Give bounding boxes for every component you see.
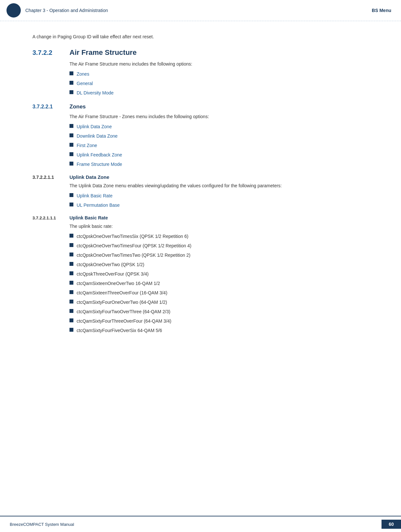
link-ul-permutation-base[interactable]: UL Permutation Base	[77, 202, 120, 209]
bullet-icon	[69, 193, 73, 197]
list-item: Uplink Data Zone	[69, 123, 338, 130]
link-dl-diversity-mode[interactable]: DL Diversity Mode	[77, 90, 114, 96]
header-left: Chapter 3 - Operation and Administration	[6, 3, 108, 18]
link-zones[interactable]: Zones	[77, 71, 89, 78]
bullet-icon	[69, 162, 73, 166]
nav-label: BS Menu	[372, 8, 391, 13]
bullet-icon	[69, 253, 73, 256]
list-item: ctcQamSixteenThreeOverFour (16-QAM 3/4)	[69, 290, 338, 296]
link-first-zone[interactable]: First Zone	[77, 142, 97, 149]
list-item: First Zone	[69, 142, 338, 149]
list-item: Downlink Data Zone	[69, 133, 338, 140]
rate-item-6: ctcQamSixteenOneOverTwo 16-QAM 1/2	[77, 280, 160, 287]
section-37221-title: 3.7.2.2.1 Zones	[32, 104, 338, 110]
list-item: DL Diversity Mode	[69, 90, 338, 96]
section-3722-body: The Air Frame Structure menu includes th…	[69, 61, 338, 68]
rate-item-9: ctcQamSixtyFourTwoOverThree (64-QAM 2/3)	[77, 308, 170, 315]
list-item: ctcQpskOneOverTwoTimesSix (QPSK 1/2 Repe…	[69, 233, 338, 240]
bullet-icon	[69, 71, 73, 75]
list-item: ctcQamSixtyFourOneOverTwo (64-QAM 1/2)	[69, 299, 338, 306]
list-item: Zones	[69, 71, 338, 78]
list-item: ctcQpskThreeOverFour (QPSK 3/4)	[69, 271, 338, 278]
bullet-icon	[69, 203, 73, 206]
bullet-icon	[69, 243, 73, 247]
list-item: ctcQamSixtyFourTwoOverThree (64-QAM 2/3)	[69, 308, 338, 315]
rate-item-7: ctcQamSixteenThreeOverFour (16-QAM 3/4)	[77, 290, 167, 296]
rate-item-3: ctcQpskOneOverTwoTimesTwo (QPSK 1/2 Repe…	[77, 252, 190, 259]
section-372211-body: The Uplink Data Zone menu enables viewin…	[69, 182, 338, 189]
main-content: A change in Paging Group ID will take ef…	[0, 21, 357, 363]
bullet-icon	[69, 262, 73, 266]
section-372211-heading: Uplink Data Zone	[69, 174, 109, 180]
bullet-icon	[69, 290, 73, 294]
section-3722-intro: The Air Frame Structure menu includes th…	[69, 61, 338, 68]
section-3722-list: Zones General DL Diversity Mode	[69, 71, 338, 96]
link-uplink-data-zone[interactable]: Uplink Data Zone	[77, 123, 112, 130]
list-item: ctcQpskOneOverTwoTimesFour (QPSK 1/2 Rep…	[69, 242, 338, 249]
section-372211-number: 3.7.2.2.1.1	[32, 175, 62, 180]
section-3722111-title: 3.7.2.2.1.1.1 Uplink Basic Rate	[32, 215, 338, 220]
chapter-icon	[6, 3, 21, 18]
rate-item-2: ctcQpskOneOverTwoTimesFour (QPSK 1/2 Rep…	[77, 242, 192, 249]
section-372211-list: Uplink Basic Rate UL Permutation Base	[69, 192, 338, 209]
link-uplink-feedback-zone[interactable]: Uplink Feedback Zone	[77, 152, 122, 158]
section-3722111-body: The uplink basic rate:	[69, 223, 338, 230]
bullet-icon	[69, 90, 73, 94]
rate-item-8: ctcQamSixtyFourOneOverTwo (64-QAM 1/2)	[77, 299, 167, 306]
section-3722111-list: ctcQpskOneOverTwoTimesSix (QPSK 1/2 Repe…	[69, 233, 338, 334]
section-3722111-heading: Uplink Basic Rate	[69, 215, 108, 220]
section-3722-title: 3.7.2.2 Air Frame Structure	[32, 48, 338, 57]
link-frame-structure-mode[interactable]: Frame Structure Mode	[77, 161, 122, 168]
section-3722111-number: 3.7.2.2.1.1.1	[32, 216, 62, 220]
bullet-icon	[69, 234, 73, 238]
list-item: ctcQamSixteenOneOverTwo 16-QAM 1/2	[69, 280, 338, 287]
list-item: Uplink Feedback Zone	[69, 152, 338, 158]
bullet-icon	[69, 152, 73, 156]
bullet-icon	[69, 271, 73, 275]
section-3722-number: 3.7.2.2	[32, 49, 62, 56]
rate-item-5: ctcQpskThreeOverFour (QPSK 3/4)	[77, 271, 149, 278]
bullet-icon	[69, 300, 73, 303]
intro-text: A change in Paging Group ID will take ef…	[32, 34, 338, 39]
list-item: ctcQpskOneOverTwo (QPSK 1/2)	[69, 261, 338, 268]
rate-item-4: ctcQpskOneOverTwo (QPSK 1/2)	[77, 261, 144, 268]
bullet-icon	[69, 133, 73, 137]
list-item: UL Permutation Base	[69, 202, 338, 209]
rate-item-11: ctcQamSixtyFourFiveOverSix 64-QAM 5/6	[77, 327, 162, 334]
link-uplink-basic-rate[interactable]: Uplink Basic Rate	[77, 192, 113, 199]
section-37221-intro: The Air Frame Structure - Zones menu inc…	[69, 113, 338, 120]
link-downlink-data-zone[interactable]: Downlink Data Zone	[77, 133, 118, 140]
section-3722-heading: Air Frame Structure	[69, 48, 137, 57]
bullet-icon	[69, 124, 73, 128]
bullet-icon	[69, 281, 73, 285]
bullet-icon	[69, 309, 73, 313]
list-item: General	[69, 80, 338, 87]
bullet-icon	[69, 81, 73, 85]
page-header: Chapter 3 - Operation and Administration…	[0, 0, 401, 21]
section-372211-title: 3.7.2.2.1.1 Uplink Data Zone	[32, 174, 338, 180]
bullet-icon	[69, 143, 73, 147]
section-37221-body: The Air Frame Structure - Zones menu inc…	[69, 113, 338, 120]
footer-page-number: 60	[382, 520, 401, 529]
list-item: ctcQamSixtyFourFiveOverSix 64-QAM 5/6	[69, 327, 338, 334]
section-37221-number: 3.7.2.2.1	[32, 104, 62, 110]
chapter-label: Chapter 3 - Operation and Administration	[25, 8, 108, 13]
bullet-icon	[69, 328, 73, 332]
section-37221-heading: Zones	[69, 104, 86, 110]
bullet-icon	[69, 318, 73, 322]
rate-item-1: ctcQpskOneOverTwoTimesSix (QPSK 1/2 Repe…	[77, 233, 188, 240]
section-372211-intro: The Uplink Data Zone menu enables viewin…	[69, 182, 338, 189]
link-general[interactable]: General	[77, 80, 93, 87]
section-3722111-intro: The uplink basic rate:	[69, 223, 338, 230]
list-item: Frame Structure Mode	[69, 161, 338, 168]
footer-brand: BreezeCOMPACT System Manual	[10, 522, 74, 527]
list-item: ctcQpskOneOverTwoTimesTwo (QPSK 1/2 Repe…	[69, 252, 338, 259]
list-item: ctcQamSixtyFourThreeOverFour (64-QAM 3/4…	[69, 318, 338, 325]
section-37221-list: Uplink Data Zone Downlink Data Zone Firs…	[69, 123, 338, 168]
page-footer: BreezeCOMPACT System Manual 60	[0, 516, 401, 532]
rate-item-10: ctcQamSixtyFourThreeOverFour (64-QAM 3/4…	[77, 318, 171, 325]
list-item: Uplink Basic Rate	[69, 192, 338, 199]
